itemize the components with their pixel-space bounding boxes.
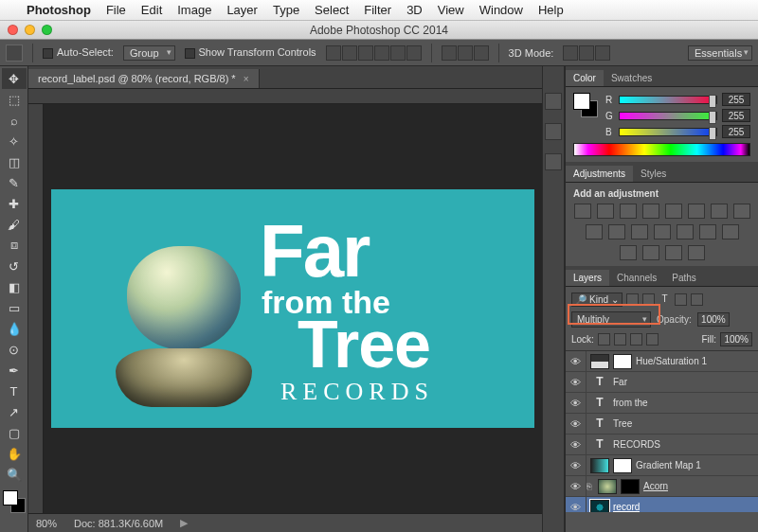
visibility-icon[interactable]: 👁 [566,393,587,413]
filter-pixel-icon[interactable] [626,293,639,306]
color-tab[interactable]: Color [566,70,604,86]
3d-mode-controls[interactable] [563,45,610,61]
hand-tool[interactable]: ✋ [2,443,27,464]
layer-name[interactable]: Hue/Saturation 1 [636,356,707,366]
layer-mask-thumb[interactable] [621,479,640,494]
g-slider[interactable] [619,112,717,120]
eraser-tool[interactable]: ◧ [2,276,27,297]
ruler-vertical[interactable] [28,104,44,513]
layer-row[interactable]: 👁 T RECORDS [566,434,758,455]
adj-gradient-map-icon[interactable] [722,224,739,239]
g-value[interactable]: 255 [722,109,750,122]
type-layer-icon[interactable]: T [590,396,609,411]
layer-row[interactable]: 👁 Hue/Saturation 1 [566,351,758,372]
layer-name[interactable]: Gradient Map 1 [636,460,701,470]
adj-photo-filter-icon[interactable] [586,224,603,239]
adjustments-tab[interactable]: Adjustments [566,166,633,182]
properties-panel-icon[interactable] [545,123,562,140]
healing-tool[interactable]: ✚ [2,193,27,214]
filter-type-icon[interactable]: T [659,293,671,306]
visibility-icon[interactable]: 👁 [566,455,587,475]
filter-adj-icon[interactable] [642,293,655,306]
path-tool[interactable]: ↗ [2,401,27,422]
r-slider[interactable] [619,96,717,104]
filter-shape-icon[interactable] [675,293,687,306]
history-panel-icon[interactable] [545,93,562,110]
gradient-tool[interactable]: ▭ [2,297,27,318]
magic-wand-tool[interactable]: ✧ [2,131,27,151]
canvas-viewport[interactable]: Far from the Tree RECORDS [44,104,542,513]
layer-name[interactable]: Tree [613,418,632,429]
lock-all-icon[interactable] [646,333,659,346]
adj-color-lookup-icon[interactable] [631,224,648,239]
adj-more3-icon[interactable] [688,245,705,260]
lock-transparency-icon[interactable] [598,333,610,346]
menu-image[interactable]: Image [177,3,211,17]
lasso-tool[interactable]: ⌕ [2,110,27,131]
menu-select[interactable]: Select [315,3,349,17]
visibility-icon[interactable]: 👁 [566,351,587,371]
menu-filter[interactable]: Filter [364,3,391,17]
fill-value[interactable]: 100% [720,332,752,346]
layer-mask-thumb[interactable] [613,458,632,473]
layer-thumb[interactable] [590,500,609,513]
adj-vibrance-icon[interactable] [665,204,682,219]
layer-thumb[interactable] [590,354,609,369]
color-spectrum[interactable] [573,143,750,156]
type-layer-icon[interactable]: T [590,437,609,452]
layer-row-selected[interactable]: 👁 record [566,497,758,512]
blend-mode-dropdown[interactable]: Multiply [571,311,651,328]
move-tool[interactable]: ✥ [2,68,27,89]
b-slider[interactable] [619,128,717,136]
align-controls[interactable] [326,45,422,61]
zoom-level[interactable]: 80% [36,518,57,529]
swatches-tab[interactable]: Swatches [604,70,659,86]
auto-select-toggle[interactable]: Auto-Select: [43,46,114,59]
type-tool[interactable]: T [2,381,27,401]
menu-view[interactable]: View [438,3,464,17]
adj-curves-icon[interactable] [620,204,637,219]
menu-app[interactable]: Photoshop [27,3,91,17]
visibility-icon[interactable]: 👁 [566,414,587,434]
adj-exposure-icon[interactable] [642,204,659,219]
stamp-tool[interactable]: ⧈ [2,235,27,256]
menu-type[interactable]: Type [273,3,299,17]
adj-brightness-icon[interactable] [574,204,591,219]
color-swatches[interactable] [3,490,26,513]
layer-name[interactable]: record [613,502,640,512]
workspace-dropdown[interactable]: Essentials [688,45,752,61]
layer-name[interactable]: Far [613,377,627,387]
ruler-horizontal[interactable] [28,89,542,104]
lock-pixels-icon[interactable] [614,333,626,346]
link-icon[interactable]: ⎘ [587,482,591,491]
zoom-tool[interactable]: 🔍 [2,464,27,485]
opacity-value[interactable]: 100% [697,312,730,327]
adj-hue-icon[interactable] [688,204,705,219]
auto-select-mode-dropdown[interactable]: Group [123,45,175,61]
canvas[interactable]: Far from the Tree RECORDS [51,189,534,428]
layers-tab[interactable]: Layers [566,270,609,286]
menu-file[interactable]: File [106,3,126,17]
layer-mask-thumb[interactable] [613,354,632,369]
layer-row[interactable]: 👁 Gradient Map 1 [566,455,758,476]
adj-more1-icon[interactable] [642,245,659,260]
lock-position-icon[interactable] [630,333,642,346]
visibility-icon[interactable]: 👁 [566,476,587,496]
history-brush-tool[interactable]: ↺ [2,256,27,276]
menu-edit[interactable]: Edit [141,3,162,17]
ps-logo-icon[interactable] [6,44,23,62]
layer-name[interactable]: Acorn [643,481,668,491]
crop-tool[interactable]: ◫ [2,151,27,172]
adj-bw-icon[interactable] [733,204,750,219]
adj-levels-icon[interactable] [597,204,614,219]
visibility-icon[interactable]: 👁 [566,434,587,454]
info-panel-icon[interactable] [545,153,562,170]
b-value[interactable]: 255 [722,125,750,138]
adj-channel-mixer-icon[interactable] [608,224,625,239]
layer-row[interactable]: 👁 T from the [566,393,758,414]
layer-thumb[interactable] [590,458,609,473]
styles-tab[interactable]: Styles [633,166,674,182]
document-tab[interactable]: record_label.psd @ 80% (record, RGB/8) *… [28,69,260,88]
layer-filter-kind[interactable]: 🔎Kind ⌄ [571,293,623,307]
adj-more2-icon[interactable] [665,245,682,260]
